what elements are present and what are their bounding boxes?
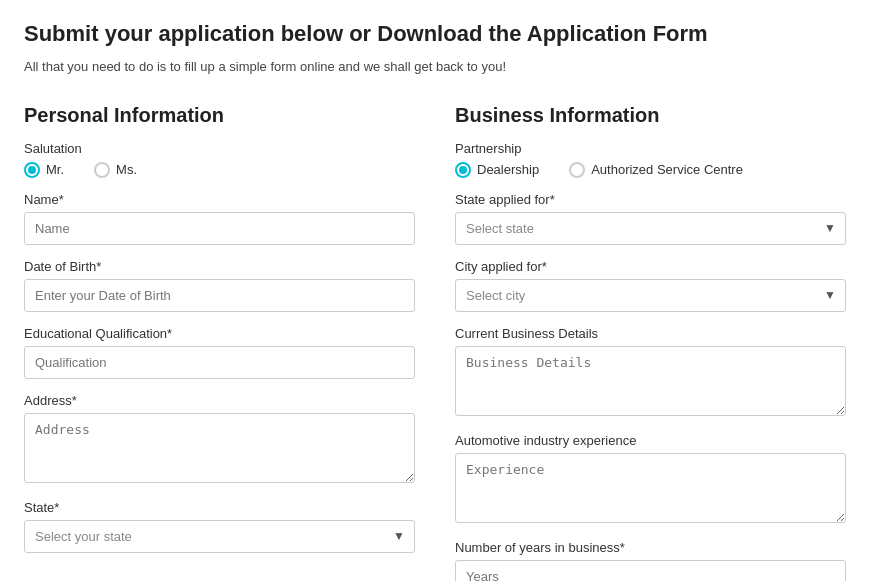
years-input[interactable] (455, 560, 846, 581)
salutation-label: Salutation (24, 141, 415, 156)
name-label: Name* (24, 192, 415, 207)
address-label: Address* (24, 393, 415, 408)
address-input[interactable] (24, 413, 415, 483)
name-input[interactable] (24, 212, 415, 245)
personal-section-title: Personal Information (24, 104, 415, 127)
partnership-asc[interactable]: Authorized Service Centre (569, 162, 743, 178)
salutation-radio-group: Mr. Ms. (24, 162, 415, 178)
city-applied-label: City applied for* (455, 259, 846, 274)
business-info-column: Business Information Partnership Dealers… (455, 104, 846, 581)
page-subtitle: All that you need to do is to fill up a … (24, 59, 846, 74)
years-label: Number of years in business* (455, 540, 846, 555)
state-select-wrapper: Select your state ▼ (24, 520, 415, 553)
partnership-label: Partnership (455, 141, 846, 156)
salutation-mr-radio[interactable] (24, 162, 40, 178)
state-select[interactable]: Select your state (24, 520, 415, 553)
salutation-ms-radio[interactable] (94, 162, 110, 178)
edu-input[interactable] (24, 346, 415, 379)
dob-input[interactable] (24, 279, 415, 312)
partnership-radio-group: Dealership Authorized Service Centre (455, 162, 846, 178)
state-applied-select[interactable]: Select state (455, 212, 846, 245)
page-title: Submit your application below or Downloa… (24, 20, 846, 49)
salutation-mr-label: Mr. (46, 162, 64, 177)
salutation-ms[interactable]: Ms. (94, 162, 137, 178)
city-applied-select[interactable]: Select city (455, 279, 846, 312)
auto-exp-label: Automotive industry experience (455, 433, 846, 448)
state-applied-label: State applied for* (455, 192, 846, 207)
state-label: State* (24, 500, 415, 515)
auto-exp-input[interactable] (455, 453, 846, 523)
state-applied-select-wrapper: Select state ▼ (455, 212, 846, 245)
partnership-dealership-radio[interactable] (455, 162, 471, 178)
current-business-input[interactable] (455, 346, 846, 416)
partnership-dealership-label: Dealership (477, 162, 539, 177)
edu-label: Educational Qualification* (24, 326, 415, 341)
personal-info-column: Personal Information Salutation Mr. Ms. … (24, 104, 415, 553)
salutation-ms-label: Ms. (116, 162, 137, 177)
partnership-dealership[interactable]: Dealership (455, 162, 539, 178)
city-applied-select-wrapper: Select city ▼ (455, 279, 846, 312)
partnership-asc-radio[interactable] (569, 162, 585, 178)
dob-label: Date of Birth* (24, 259, 415, 274)
salutation-mr[interactable]: Mr. (24, 162, 64, 178)
partnership-asc-label: Authorized Service Centre (591, 162, 743, 177)
business-section-title: Business Information (455, 104, 846, 127)
current-business-label: Current Business Details (455, 326, 846, 341)
